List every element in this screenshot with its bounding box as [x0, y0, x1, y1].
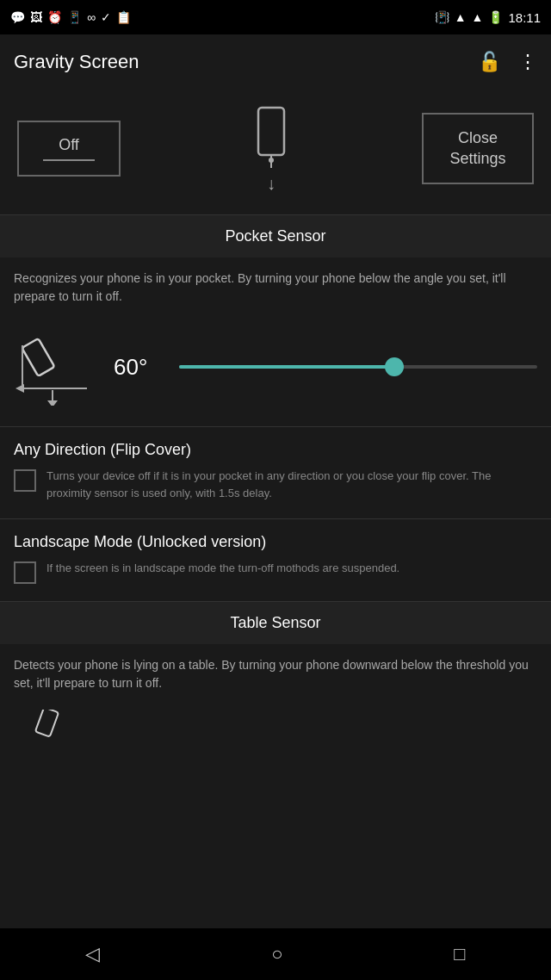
slider-track	[179, 365, 537, 369]
landscape-mode-title: Landscape Mode (Unlocked version)	[14, 533, 537, 551]
top-controls: Off ↓ CloseSettings	[0, 90, 551, 214]
any-direction-checkbox[interactable]	[14, 469, 36, 492]
pocket-sensor-content: Recognizes your phone is in your pocket.…	[0, 257, 551, 314]
image-icon: 🖼	[30, 10, 42, 24]
pocket-sensor-description: Recognizes your phone is in your pocket.…	[14, 271, 506, 303]
slider-fill	[179, 365, 394, 369]
landscape-mode-checkbox[interactable]	[14, 561, 36, 584]
svg-marker-6	[15, 384, 24, 393]
any-direction-title: Any Direction (Flip Cover)	[14, 441, 537, 459]
landscape-mode-row: If the screen is in landscape mode the t…	[14, 560, 537, 584]
home-button[interactable]: ○	[271, 943, 282, 965]
off-button[interactable]: Off	[17, 121, 121, 177]
any-direction-description: Turns your device off if it is in your p…	[46, 468, 537, 501]
alarm-icon: ⏰	[47, 10, 62, 24]
clipboard-icon: 📋	[116, 10, 131, 24]
landscape-mode-section: Landscape Mode (Unlocked version) If the…	[0, 519, 551, 601]
app-bar-actions: 🔓 ⋮	[478, 51, 537, 73]
svg-rect-0	[258, 108, 284, 155]
signal-icon: ▲	[472, 10, 484, 24]
svg-rect-9	[35, 710, 59, 737]
phone-orientation-icon: ↓	[250, 103, 293, 194]
any-direction-row: Turns your device off if it is in your p…	[14, 468, 537, 501]
voicemail-icon: ∞	[87, 10, 96, 24]
svg-marker-8	[47, 400, 58, 406]
check-icon: ✓	[101, 10, 111, 24]
app-bar: Gravity Screen 🔓 ⋮	[0, 34, 551, 90]
off-button-underline	[43, 159, 95, 161]
svg-rect-3	[22, 338, 54, 376]
angle-control: 60°	[0, 314, 551, 426]
table-sensor-title: Table Sensor	[230, 614, 320, 631]
vibrate-icon: 📳	[435, 10, 449, 24]
landscape-mode-description: If the screen is in landscape mode the t…	[46, 560, 399, 577]
status-bar: 💬 🖼 ⏰ 📱 ∞ ✓ 📋 📳 ▲ ▲ 🔋 18:11	[0, 0, 551, 34]
bottom-nav: ◁ ○ □	[0, 928, 551, 980]
close-settings-label: CloseSettings	[449, 129, 505, 166]
status-icons-left: 💬 🖼 ⏰ 📱 ∞ ✓ 📋	[10, 10, 131, 24]
notification-icon: 💬	[10, 10, 25, 24]
phone-icon: 📱	[67, 10, 82, 24]
table-sensor-icon-area	[0, 701, 551, 761]
phone-svg	[250, 103, 293, 172]
close-settings-button[interactable]: CloseSettings	[422, 113, 534, 184]
status-icons-right: 📳 ▲ ▲ 🔋 18:11	[435, 10, 541, 25]
angle-value: 60°	[114, 354, 165, 381]
off-button-label: Off	[43, 136, 95, 154]
table-sensor-description: Detects your phone is lying on a table. …	[14, 658, 529, 690]
angle-icon	[14, 328, 100, 406]
pocket-sensor-header: Pocket Sensor	[0, 215, 551, 257]
back-button[interactable]: ◁	[85, 943, 100, 965]
wifi-icon: ▲	[455, 10, 467, 24]
battery-icon: 🔋	[488, 10, 503, 24]
down-arrow-icon: ↓	[267, 174, 276, 194]
slider-thumb	[385, 357, 404, 376]
table-sensor-header: Table Sensor	[0, 602, 551, 644]
app-title: Gravity Screen	[14, 51, 478, 73]
more-options-icon[interactable]: ⋮	[518, 51, 537, 73]
angle-slider[interactable]	[179, 358, 537, 375]
any-direction-section: Any Direction (Flip Cover) Turns your de…	[0, 427, 551, 518]
status-time: 18:11	[508, 10, 541, 25]
pocket-sensor-title: Pocket Sensor	[225, 227, 325, 245]
table-sensor-icon	[14, 710, 91, 744]
recent-apps-button[interactable]: □	[454, 943, 465, 965]
lock-icon[interactable]: 🔓	[478, 51, 501, 73]
table-sensor-content: Detects your phone is lying on a table. …	[0, 644, 551, 701]
